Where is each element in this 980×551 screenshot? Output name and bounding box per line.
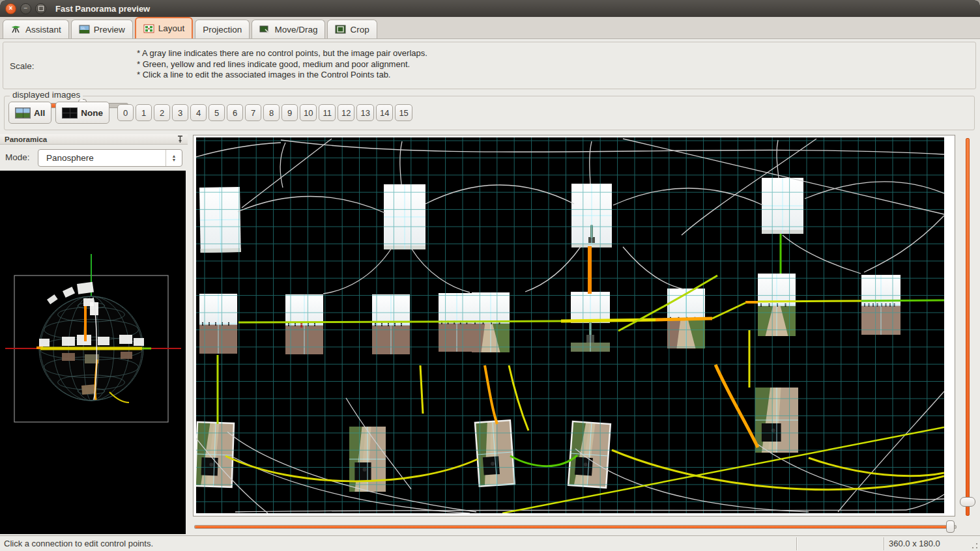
mode-value: Panosphere [38, 153, 166, 163]
image-toggle-4[interactable]: 4 [190, 104, 207, 121]
resize-grip[interactable] [972, 543, 978, 549]
image-toggle-10[interactable]: 10 [300, 104, 317, 121]
layout-icon [143, 24, 154, 33]
tab-label: Crop [350, 25, 369, 35]
thumbnail-ground [475, 420, 515, 487]
thumbnail-ground [755, 388, 798, 453]
window-title: Fast Panorama preview [55, 4, 150, 14]
vertical-slider-knob[interactable] [960, 497, 975, 507]
legend-note-colors: * Green, yellow and red lines indicate g… [137, 59, 427, 70]
crop-icon [335, 25, 346, 34]
no-images-icon [62, 107, 78, 119]
assistant-icon [10, 25, 22, 34]
thumbnail-horizon [758, 274, 796, 336]
horizontal-slider-fill [195, 526, 949, 528]
image-toggle-0[interactable]: 0 [117, 104, 134, 121]
tab-label: Layout [158, 23, 185, 33]
combobox-spinner-icon[interactable]: ▲▼ [166, 150, 182, 166]
maximize-button[interactable] [35, 3, 46, 14]
layout-canvas[interactable] [196, 137, 944, 513]
thumbnail-ground [196, 422, 234, 487]
image-toggle-6[interactable]: 6 [227, 104, 243, 121]
panoramica-header: Panoramica [0, 134, 188, 145]
displayed-images-group: displayed images All None 01234567891011… [4, 96, 975, 130]
mode-combobox[interactable]: Panosphere ▲▼ [38, 149, 182, 167]
tab-crop[interactable]: Crop [327, 20, 377, 38]
thumbnail-sky [762, 178, 803, 234]
image-toggle-3[interactable]: 3 [172, 104, 188, 121]
tab-label: Move/Drag [274, 25, 317, 35]
image-toggle-1[interactable]: 1 [136, 104, 152, 121]
minimize-button[interactable]: − [20, 3, 31, 14]
thumbnail-sky [571, 184, 612, 247]
scale-section: Scale: * A gray line indicates there are… [3, 42, 976, 89]
image-number-buttons: 0123456789101112131415 [117, 104, 412, 121]
image-toggle-5[interactable]: 5 [209, 104, 225, 121]
tab-bar: AssistantGLPreviewLayoutProjectionMove/D… [0, 17, 980, 39]
vertical-pan-slider[interactable] [959, 138, 975, 515]
legend-note-click: * Click a line to edit the associated im… [137, 70, 427, 81]
tab-label: Assistant [25, 25, 61, 35]
thumbnail-horizon [199, 294, 237, 354]
close-button[interactable]: × [5, 3, 16, 14]
tab-label: Projection [203, 25, 242, 35]
legend-note-gray: * A gray line indicates there are no con… [137, 48, 427, 59]
thumbnail-sky [384, 184, 425, 249]
status-divider [796, 537, 797, 550]
tab-assistant[interactable]: Assistant [3, 20, 69, 38]
title-bar: × − Fast Panorama preview [0, 0, 980, 18]
app-window: × − Fast Panorama preview AssistantGLPre… [0, 0, 980, 551]
panosphere-3d-view[interactable] [0, 171, 186, 534]
window-controls: × − [5, 3, 46, 14]
tab-layout[interactable]: Layout [135, 17, 194, 38]
none-button-label: None [81, 108, 103, 118]
all-button-label: All [34, 108, 45, 118]
image-toggle-2[interactable]: 2 [154, 104, 170, 121]
svg-text:GL: GL [81, 26, 85, 30]
image-toggle-11[interactable]: 11 [319, 104, 336, 121]
mode-label: Mode: [5, 152, 30, 162]
panosphere-sphere-graphic [0, 171, 186, 534]
status-bar: Click a connection to edit control point… [0, 535, 980, 551]
status-divider [884, 537, 884, 550]
pin-icon[interactable] [177, 135, 183, 143]
none-button[interactable]: None [55, 102, 109, 124]
thumbnail-ground [568, 421, 611, 488]
horizontal-slider-track [194, 525, 957, 529]
all-button[interactable]: All [8, 102, 51, 124]
image-toggle-7[interactable]: 7 [245, 104, 261, 121]
tab-label: Preview [94, 25, 125, 35]
thumbnail-horizon [372, 294, 410, 354]
image-toggle-8[interactable]: 8 [263, 104, 280, 121]
image-toggle-9[interactable]: 9 [281, 104, 298, 121]
all-images-icon [15, 107, 31, 119]
panoramica-title: Panoramica [5, 135, 47, 143]
preview-icon: GL [79, 25, 90, 34]
layout-canvas-frame [193, 135, 955, 516]
horizontal-slider-knob[interactable] [946, 520, 955, 533]
thumbnail-horizon [285, 294, 323, 354]
image-toggle-14[interactable]: 14 [376, 104, 393, 121]
scale-label: Scale: [10, 61, 35, 71]
displayed-images-legend: displayed images [10, 90, 83, 100]
image-toggle-15[interactable]: 15 [395, 104, 412, 121]
mode-row: Mode: Panosphere ▲▼ [0, 145, 188, 171]
tab-preview[interactable]: GLPreview [71, 20, 133, 38]
image-toggle-12[interactable]: 12 [338, 104, 354, 121]
legend-notes: * A gray line indicates there are no con… [137, 48, 427, 81]
movedrag-icon [259, 25, 270, 34]
tab-move-drag[interactable]: Move/Drag [252, 20, 325, 38]
thumbnail-sky [199, 187, 241, 253]
canvas-dimensions: 360.0 x 180.0 [889, 539, 940, 548]
tab-projection[interactable]: Projection [195, 20, 250, 38]
image-toggle-13[interactable]: 13 [356, 104, 373, 121]
vertical-slider-track [966, 138, 970, 516]
horizontal-pan-slider[interactable] [193, 520, 959, 532]
maximize-icon [38, 6, 44, 11]
thumbnail-horizon [861, 275, 901, 335]
status-message: Click a connection to edit control point… [4, 539, 153, 548]
